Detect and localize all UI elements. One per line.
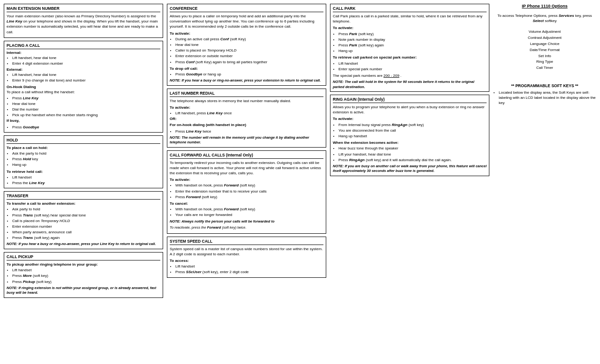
list-item: Dial the number [12,107,160,112]
forward-cancel-label: To cancel: [170,201,323,206]
redial-note: NOTE: The number will remain in the memo… [170,135,323,145]
hold-section: HOLD To place a call on hold: Ask the pa… [4,135,163,188]
option-item: Ring Type [493,59,596,65]
list-item: Press Pickup (soft key) [12,279,160,284]
list-item: Hang up [338,48,487,53]
internal-label: Internal: [7,51,160,55]
redial-activate-list: Lift handset, press Line Key once [175,111,323,116]
list-item: Hear buzz tone through the speaker [338,146,487,151]
list-item: Lift handset, hear dial tone [12,72,160,77]
conference-activate-list: During an active call press Conf (soft K… [175,37,323,65]
column-4: IP Phone 1110 Options To access Telephon… [493,4,596,298]
option-item: Call Timer [493,65,596,71]
forward-activate-list: With handset on hook, press Forward (sof… [175,183,323,200]
system-speed-call-section: SYSTEM SPEED CALL System speed call is a… [167,237,326,278]
call-forward-section: CALL FORWARD ALL CALLS (Internal Only) T… [167,150,326,234]
placing-call-title: PLACING A CALL [7,43,160,49]
option-item: Contrast Adjustment [493,35,596,41]
transfer-title: TRANSFER [7,193,160,200]
conference-dropoff-label: To drop off call: [170,66,323,71]
speed-call-access-label: To access: [170,258,323,263]
ring-again-title: RING AGAIN (Internal Only) [333,97,487,103]
hold-title: HOLD [7,138,160,144]
forward-note2: To reactivate, press the Forward (soft k… [170,225,323,230]
last-number-redial-section: LAST NUMBER REDIAL The telephone always … [167,89,326,148]
column-3: CALL PARK Call Park places a call in a p… [330,4,489,298]
list-item: Press More (soft key) [12,273,160,278]
list-item: Press Conf (soft Key) again to bring all… [175,59,323,65]
speed-call-access-list: Lift handset Press SScUser (soft key), e… [175,264,323,275]
call-park-note: NOTE: The call will hold in the system f… [333,80,487,89]
list-item: Hang up [12,162,160,167]
programmable-section: ** PROGRAMMABLE SOFT KEYS ** Located bel… [493,80,596,106]
list-item: Press RingAgn (soft key) and it will aut… [338,157,487,163]
list-item: Lift handset [338,61,487,66]
list-item: Press Trans (soft key) hear special dial… [12,213,160,218]
list-item: Enter the extension number that is to re… [175,189,323,194]
ring-again-activate-list: From Internal busy signal press RingAgn … [338,122,487,139]
last-number-redial-title: LAST NUMBER REDIAL [170,91,323,97]
transfer-list: Ask party to hold Press Trans (soft key)… [12,207,160,240]
transfer-note: NOTE: If you hear a busy or ring-no-answ… [7,242,160,247]
list-item: With handset on hook, press Forward (sof… [175,183,323,188]
list-item: You are disconnected from the call [338,128,487,133]
ring-again-section: RING AGAIN (Internal Only) Allows you to… [330,95,489,176]
call-park-activate-label: To activate: [333,25,487,30]
call-park-retrieve-label: To retrieve call parked on special park … [333,55,487,60]
ring-again-active-label: When the extension becomes active: [333,140,487,145]
placing-call-section: PLACING A CALL Internal: Lift handset, h… [4,41,163,133]
conference-dropoff-list: Press Goodbye or hang up [175,72,323,77]
list-item: Press Park (soft key) [338,31,487,37]
last-number-redial-body: The telephone always stores in memory th… [170,98,323,104]
list-item: With handset on hook, press Forward (sof… [175,207,323,212]
column-1: MAIN EXTENSION NUMBER Your main extensio… [4,4,163,298]
call-pickup-note: NOTE: If ringing extension is not within… [7,286,160,296]
list-item: Press Line Key [12,96,160,101]
transfer-label: To transfer a call to another extension: [7,201,160,206]
call-park-title: CALL PARK [333,6,487,12]
special-park-text: The special park numbers are 200 - 209 . [333,73,487,78]
list-item: Caller is placed on Temporary HOLD [175,48,323,53]
onhook-list: Press Line Key Hear dial tone Dial the n… [12,96,160,118]
call-park-activate-list: Press Park (soft key) Note park number i… [338,31,487,54]
ip-phone-title: IP Phone 1110 Options [493,4,596,8]
main-extension-body: Your main extension number (also known a… [7,14,160,35]
list-item: Press the Line Key [12,180,160,186]
call-pickup-list: Lift handset Press More (soft key) Press… [12,267,160,284]
ring-again-body: Allows you to program your telephone to … [333,104,487,115]
list-item: Enter 4 digit extension number [12,61,160,66]
list-item: Lift your handset, hear dial tone [338,152,487,157]
redial-onhook-list: Press Line Key twice [175,129,323,134]
list-item: Enter special park number [338,67,487,72]
list-item: Lift handset [12,175,160,180]
list-item: Ask the party to hold [12,151,160,156]
place-hold-list: Ask the party to hold Press Hold key Han… [12,151,160,168]
redial-activate-label: To activate: [170,105,323,110]
list-item: Press Goodbye [12,125,160,130]
main-extension-title: MAIN EXTENSION NUMBER [7,6,160,12]
list-item: During an active call press Conf (soft K… [175,37,323,42]
ring-again-note: NOTE: If you are busy on another call or… [333,164,487,174]
programmable-list: Located below the display area, the Soft… [499,90,596,106]
list-item: Lift handset [12,267,160,273]
onhook-desc: To place a call without lifting the hand… [7,89,160,95]
list-item: Your calls are no longer forwarded [175,212,323,217]
system-speed-call-title: SYSTEM SPEED CALL [170,239,323,245]
list-item: Hear dial tone [175,42,323,47]
list-item: Lift handset, press Line Key once [175,111,323,116]
programmable-title: ** PROGRAMMABLE SOFT KEYS ** [493,83,596,88]
column-2: CONFERENCE Allows you to place a caller … [167,4,326,298]
ip-phone-options-list: Volume Adjustment Contrast Adjustment La… [493,29,596,71]
option-item: Date/Time Format [493,47,596,53]
list-item: Press Park (soft key) again [338,43,487,48]
list-item: Press Hold key [12,156,160,162]
conference-note: NOTE: If you hear a busy or ring-no-answ… [170,78,323,83]
conference-activate-label: To activate: [170,31,323,36]
list-item: Enter extension or outside number [175,53,323,59]
call-pickup-section: CALL PICKUP To pickup another ringing te… [4,252,163,298]
list-item: Note park number in display [338,37,487,42]
conference-title: CONFERENCE [170,6,323,12]
call-pickup-label: To pickup another ringing telephone in y… [7,262,160,267]
ring-again-activate-label: To activate: [333,116,487,121]
ring-again-active-list: Hear buzz tone through the speaker Lift … [338,146,487,163]
